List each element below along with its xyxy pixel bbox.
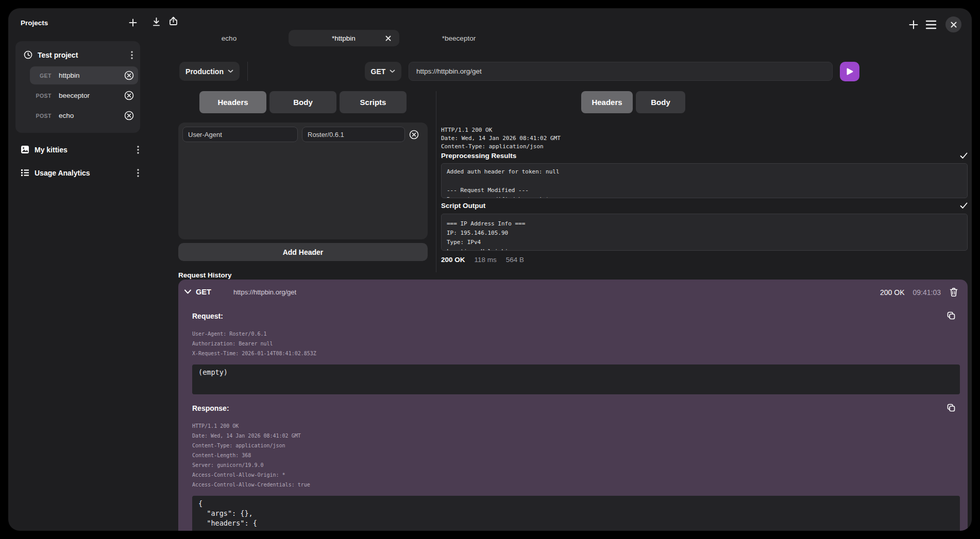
status-size: 564 B <box>506 256 524 264</box>
tab-beeceptor[interactable]: *beeceptor <box>403 30 514 46</box>
tab-label: Headers <box>217 98 248 107</box>
close-tab-icon[interactable] <box>385 36 391 41</box>
close-window-icon[interactable] <box>945 16 961 32</box>
method-badge: GET <box>30 73 52 79</box>
image-icon <box>21 145 29 154</box>
history-meta: 200 OK 09:41:03 <box>880 287 958 297</box>
headers-editor <box>178 123 428 239</box>
tab-request-scripts[interactable]: Scripts <box>340 91 407 113</box>
tab-request-headers[interactable]: Headers <box>199 91 266 113</box>
url-input[interactable] <box>409 62 833 81</box>
copy-icon[interactable] <box>947 311 956 320</box>
project-name: My kitties <box>35 146 132 154</box>
history-time: 09:41:03 <box>913 288 941 297</box>
panel-divider <box>436 91 436 272</box>
trash-icon[interactable] <box>949 287 958 297</box>
add-header-button[interactable]: Add Header <box>178 243 428 261</box>
script-output-text: === IP Address Info === IP: 195.146.105.… <box>442 214 967 251</box>
url-field-wrap <box>409 62 833 81</box>
remove-circle-icon[interactable] <box>124 71 134 80</box>
remove-circle-icon[interactable] <box>124 91 134 100</box>
tab-label: Headers <box>592 98 622 107</box>
environment-select[interactable]: Production <box>179 62 240 81</box>
collapse-chevron-icon[interactable] <box>184 289 192 294</box>
add-header-label: Add Header <box>283 248 324 256</box>
menu-icon[interactable] <box>925 20 937 29</box>
tab-httpbin[interactable]: *httpbin <box>289 30 399 46</box>
remove-header-icon[interactable] <box>409 130 419 140</box>
projects-title: Projects <box>21 19 48 27</box>
project-test-header[interactable]: Test project <box>15 47 140 64</box>
history-entry: GET https://httpbin.org/get 200 OK 09:41… <box>178 280 968 531</box>
download-icon[interactable] <box>151 16 162 27</box>
toolbar-divider <box>247 62 248 81</box>
check-icon <box>960 202 968 209</box>
response-headers-text: HTTP/1.1 200 OK Date: Wed, 14 Jan 2026 0… <box>441 126 968 151</box>
request-name: echo <box>59 112 124 119</box>
main-area: echo *httpbin *beeceptor Production GET <box>146 8 972 531</box>
kebab-icon[interactable] <box>131 51 133 59</box>
response-status-line: 200 OK 118 ms 564 B <box>441 256 524 264</box>
kebab-icon[interactable] <box>137 169 139 177</box>
history-title: Request History <box>178 271 232 279</box>
response-body-text: { "args": {}, "headers": { <box>192 496 960 531</box>
method-badge: POST <box>30 113 52 119</box>
request-body-text: (empty) <box>192 364 960 380</box>
tab-label: *httpbin <box>302 34 385 42</box>
method-badge: POST <box>30 93 52 99</box>
chevron-down-icon <box>390 69 395 73</box>
response-body-box: { "args": {}, "headers": { <box>192 496 960 531</box>
copy-icon[interactable] <box>947 403 956 412</box>
status-code: 200 OK <box>441 256 465 264</box>
play-icon <box>846 67 854 76</box>
history-request-headers: User-Agent: Roster/0.6.1 Authorization: … <box>192 329 316 358</box>
list-icon <box>21 168 29 177</box>
response-section-label: Response: <box>192 404 229 412</box>
history-response-headers: HTTP/1.1 200 OK Date: Wed, 14 Jan 2026 0… <box>192 421 310 490</box>
preprocessing-title: Preprocessing Results <box>441 152 516 160</box>
request-name: beeceptor <box>59 92 124 99</box>
check-icon <box>960 152 968 159</box>
environment-label: Production <box>185 67 224 76</box>
preprocessing-text: Added auth header for token: null --- Re… <box>442 164 967 198</box>
request-name: httpbin <box>59 72 124 79</box>
kebab-icon[interactable] <box>137 146 139 154</box>
tab-label: Scripts <box>360 98 386 107</box>
request-item-httpbin[interactable]: GET httpbin <box>30 66 138 84</box>
method-select[interactable]: GET <box>365 62 401 81</box>
script-output-box: === IP Address Info === IP: 195.146.105.… <box>441 214 968 251</box>
project-name: Test project <box>38 51 126 59</box>
project-name: Usage Analytics <box>35 169 132 177</box>
app-window: Projects Test project GET httpbin <box>8 8 972 531</box>
status-time: 118 ms <box>475 256 497 264</box>
script-output-title: Script Output <box>441 202 485 210</box>
tab-request-body[interactable]: Body <box>269 91 336 113</box>
remove-circle-icon[interactable] <box>124 111 134 120</box>
request-section-label: Request: <box>192 312 223 320</box>
script-output-header: Script Output <box>441 202 968 210</box>
request-body-box: (empty) <box>192 364 960 394</box>
request-item-echo[interactable]: POST echo <box>30 107 138 125</box>
request-item-beeceptor[interactable]: POST beeceptor <box>30 86 138 105</box>
tab-response-body[interactable]: Body <box>636 91 685 113</box>
send-button[interactable] <box>840 62 859 81</box>
share-icon[interactable] <box>168 16 179 27</box>
add-project-icon[interactable] <box>128 18 138 28</box>
sidebar: Projects Test project GET httpbin <box>8 8 146 531</box>
header-key-input[interactable] <box>182 127 298 142</box>
tab-label: *beeceptor <box>442 34 476 42</box>
add-tab-icon[interactable] <box>908 19 919 30</box>
method-label: GET <box>371 67 386 76</box>
project-group-test: Test project GET httpbin POST beeceptor <box>15 41 140 133</box>
sidebar-header: Projects <box>8 8 146 28</box>
header-row <box>182 127 424 142</box>
header-value-input[interactable] <box>302 127 405 142</box>
clock-icon <box>24 50 32 59</box>
tab-label: Body <box>293 98 313 107</box>
tab-echo[interactable]: echo <box>174 30 284 46</box>
project-usage-analytics[interactable]: Usage Analytics <box>8 162 146 183</box>
tab-response-headers[interactable]: Headers <box>581 91 633 113</box>
project-my-kitties[interactable]: My kitties <box>8 139 146 160</box>
tab-label: Body <box>651 98 670 107</box>
history-url: https://httpbin.org/get <box>233 288 296 296</box>
